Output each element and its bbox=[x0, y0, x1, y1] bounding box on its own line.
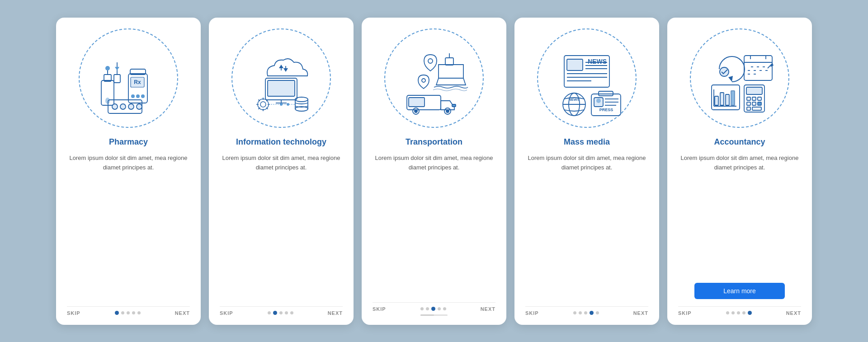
dot-1 bbox=[573, 311, 576, 314]
it-icon-area bbox=[231, 28, 331, 128]
it-icon bbox=[241, 37, 322, 119]
accountancy-skip[interactable]: SKIP bbox=[678, 310, 692, 316]
svg-rect-25 bbox=[268, 80, 295, 96]
svg-marker-23 bbox=[283, 68, 288, 72]
svg-rect-109 bbox=[731, 91, 735, 105]
svg-point-79 bbox=[720, 67, 729, 76]
svg-marker-78 bbox=[728, 76, 733, 82]
media-skip[interactable]: SKIP bbox=[525, 310, 539, 316]
transport-title: Transportation bbox=[406, 137, 462, 147]
svg-point-14 bbox=[112, 104, 118, 109]
dot-5 bbox=[290, 311, 293, 314]
card-accountancy: Accountancy Lorem ipsum dolor sit dim am… bbox=[667, 18, 812, 325]
dot-4 bbox=[590, 311, 594, 315]
dot-1 bbox=[726, 311, 729, 314]
pharmacy-icon-area: Rx bbox=[79, 28, 178, 128]
dot-3 bbox=[737, 311, 740, 314]
svg-rect-97 bbox=[747, 97, 750, 100]
svg-marker-21 bbox=[279, 65, 283, 68]
dot-3 bbox=[584, 311, 587, 314]
dot-2 bbox=[121, 311, 124, 314]
svg-text:NEWS: NEWS bbox=[588, 58, 607, 65]
transport-icon-area bbox=[384, 28, 484, 128]
svg-rect-58 bbox=[567, 59, 583, 70]
dot-1 bbox=[420, 307, 424, 310]
svg-rect-19 bbox=[114, 75, 120, 83]
svg-point-73 bbox=[596, 98, 601, 103]
media-footer: SKIP NEXT bbox=[525, 306, 648, 316]
svg-rect-51 bbox=[409, 98, 425, 107]
svg-rect-99 bbox=[758, 97, 761, 100]
transport-next[interactable]: NEXT bbox=[481, 306, 495, 312]
svg-text:PRESS: PRESS bbox=[599, 108, 613, 112]
dot-1 bbox=[268, 311, 271, 314]
transport-progress bbox=[420, 314, 448, 316]
dot-4 bbox=[285, 311, 288, 314]
dot-3 bbox=[279, 311, 283, 314]
pharmacy-next[interactable]: NEXT bbox=[175, 310, 190, 316]
it-next[interactable]: NEXT bbox=[328, 310, 343, 316]
learn-more-button[interactable]: Learn more bbox=[694, 283, 785, 299]
svg-rect-56 bbox=[452, 104, 456, 107]
svg-rect-101 bbox=[752, 102, 756, 105]
dot-5 bbox=[443, 307, 446, 310]
accountancy-icon bbox=[699, 37, 780, 119]
media-title: Mass media bbox=[564, 137, 610, 147]
svg-point-55 bbox=[446, 110, 449, 112]
svg-point-46 bbox=[428, 59, 433, 63]
it-body: Lorem ipsum dolor sit dim amet, mea regi… bbox=[220, 154, 343, 299]
cards-container: Rx bbox=[47, 9, 821, 334]
it-footer: SKIP NEXT bbox=[220, 306, 343, 316]
media-icon-area: NEWS NEWS bbox=[537, 28, 637, 128]
svg-rect-108 bbox=[726, 94, 729, 105]
svg-rect-98 bbox=[752, 97, 756, 100]
dot-5 bbox=[137, 311, 141, 314]
transport-dots bbox=[420, 307, 446, 311]
dot-4 bbox=[438, 307, 441, 310]
media-body: Lorem ipsum dolor sit dim amet, mea regi… bbox=[525, 154, 648, 299]
accountancy-body: Lorem ipsum dolor sit dim amet, mea regi… bbox=[678, 154, 801, 276]
pharmacy-title: Pharmacy bbox=[109, 137, 148, 147]
svg-point-53 bbox=[415, 110, 417, 112]
svg-rect-104 bbox=[752, 107, 761, 110]
dot-5 bbox=[748, 311, 752, 315]
svg-point-12 bbox=[141, 94, 145, 98]
card-pharmacy: Rx bbox=[56, 18, 201, 325]
svg-point-30 bbox=[260, 102, 266, 107]
it-title: Information technology bbox=[236, 137, 326, 147]
dot-1 bbox=[115, 311, 119, 315]
accountancy-next[interactable]: NEXT bbox=[786, 310, 801, 316]
svg-point-11 bbox=[136, 94, 140, 98]
card-mass-media: NEWS NEWS bbox=[514, 18, 659, 325]
svg-point-45 bbox=[287, 103, 289, 106]
svg-point-49 bbox=[422, 79, 425, 82]
pharmacy-skip[interactable]: SKIP bbox=[67, 310, 80, 316]
svg-rect-47 bbox=[445, 58, 453, 65]
accountancy-dots bbox=[726, 311, 752, 315]
svg-point-3 bbox=[105, 66, 110, 70]
svg-point-44 bbox=[280, 103, 283, 106]
accountancy-title: Accountancy bbox=[714, 137, 765, 147]
svg-point-15 bbox=[120, 104, 126, 109]
accountancy-icon-area bbox=[690, 28, 789, 128]
media-dots bbox=[573, 311, 599, 315]
card-information-technology: Information technology Lorem ipsum dolor… bbox=[209, 18, 354, 325]
dot-5 bbox=[596, 311, 599, 314]
transport-skip[interactable]: SKIP bbox=[373, 306, 386, 312]
accountancy-footer: SKIP NEXT bbox=[678, 306, 801, 316]
pharmacy-dots bbox=[115, 311, 141, 315]
svg-rect-71 bbox=[599, 91, 613, 96]
dot-4 bbox=[132, 311, 135, 314]
svg-rect-107 bbox=[720, 93, 724, 105]
it-skip[interactable]: SKIP bbox=[220, 310, 233, 316]
mass-media-icon: NEWS NEWS bbox=[546, 37, 627, 119]
dot-2 bbox=[273, 311, 277, 315]
svg-rect-100 bbox=[747, 102, 750, 105]
svg-rect-103 bbox=[747, 107, 750, 110]
svg-text:Rx: Rx bbox=[134, 79, 141, 85]
dot-2 bbox=[731, 311, 735, 314]
dot-3 bbox=[127, 311, 130, 314]
svg-point-16 bbox=[128, 104, 134, 109]
media-next[interactable]: NEXT bbox=[633, 310, 648, 316]
svg-rect-96 bbox=[746, 87, 762, 94]
